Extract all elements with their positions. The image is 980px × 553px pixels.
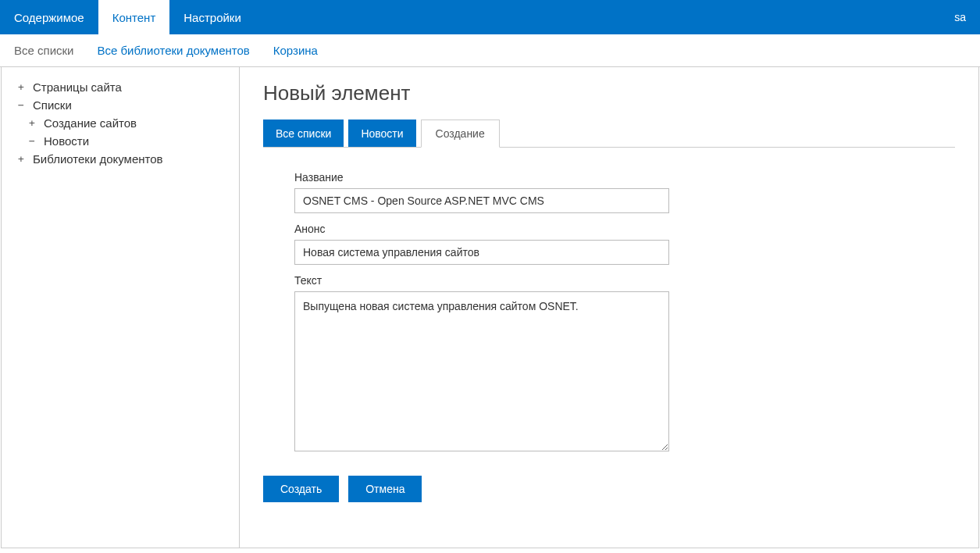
text-textarea[interactable] <box>294 291 669 451</box>
tree-label: Страницы сайта <box>33 80 122 94</box>
breadcrumb-news[interactable]: Новости <box>348 120 415 147</box>
expand-icon[interactable]: + <box>27 117 37 129</box>
tree-label: Создание сайтов <box>44 116 137 130</box>
tree-item-lists[interactable]: − Списки <box>9 96 231 114</box>
tree-label: Новости <box>44 134 89 148</box>
subbar-link-all-lists[interactable]: Все списки <box>14 44 73 57</box>
announce-label: Анонс <box>294 223 669 235</box>
current-user[interactable]: sa <box>940 0 980 34</box>
create-button[interactable]: Создать <box>263 476 339 502</box>
text-label: Текст <box>294 274 669 287</box>
main-content: Новый элемент Все списки Новости Создани… <box>240 67 978 548</box>
subbar-link-all-doclibs[interactable]: Все библиотеки документов <box>97 44 249 57</box>
tree-label: Списки <box>33 98 72 112</box>
tree-item-doc-libraries[interactable]: + Библиотеки документов <box>9 150 231 168</box>
collapse-icon[interactable]: − <box>16 99 27 111</box>
topbar-tab-content[interactable]: Контент <box>98 0 170 34</box>
subbar-link-trash[interactable]: Корзина <box>273 44 318 57</box>
announce-input[interactable] <box>294 240 669 265</box>
expand-icon[interactable]: + <box>16 81 27 93</box>
subbar: Все списки Все библиотеки документов Кор… <box>0 34 980 67</box>
collapse-icon[interactable]: − <box>27 135 37 147</box>
tree-label: Библиотеки документов <box>33 152 163 166</box>
topbar: Содержимое Контент Настройки sa <box>0 0 980 34</box>
topbar-tab-settings[interactable]: Настройки <box>169 0 255 34</box>
breadcrumb: Все списки Новости Создание <box>263 120 955 148</box>
topbar-tab-content-ru[interactable]: Содержимое <box>0 0 98 34</box>
form-actions: Создать Отмена <box>263 476 955 502</box>
cancel-button[interactable]: Отмена <box>348 476 422 502</box>
page-title: Новый элемент <box>263 81 955 105</box>
breadcrumb-create-tab[interactable]: Создание <box>421 120 500 148</box>
name-input[interactable] <box>294 188 669 213</box>
tree-item-site-creation[interactable]: + Создание сайтов <box>9 114 231 132</box>
sidebar: + Страницы сайта − Списки + Создание сай… <box>2 67 240 548</box>
item-form: Название Анонс Текст <box>263 171 700 454</box>
expand-icon[interactable]: + <box>16 153 27 165</box>
breadcrumb-all-lists[interactable]: Все списки <box>263 120 344 147</box>
layout: + Страницы сайта − Списки + Создание сай… <box>1 67 979 548</box>
tree-item-news[interactable]: − Новости <box>9 132 231 150</box>
name-label: Название <box>294 171 669 184</box>
tree-item-site-pages[interactable]: + Страницы сайта <box>9 78 231 96</box>
